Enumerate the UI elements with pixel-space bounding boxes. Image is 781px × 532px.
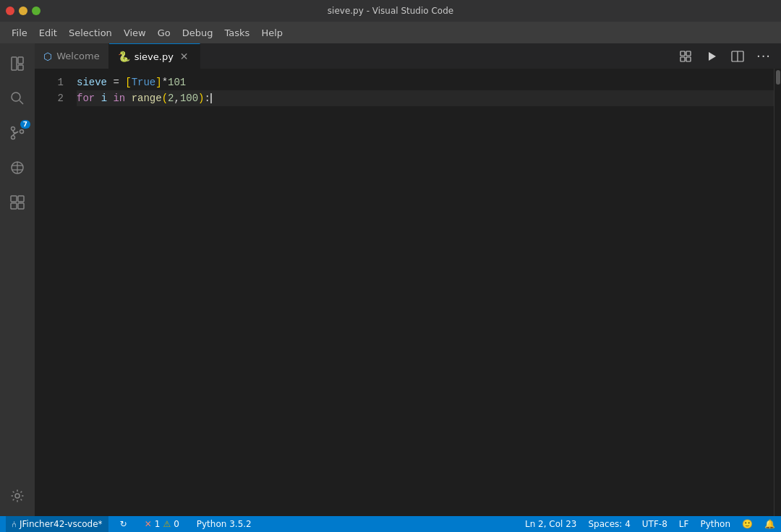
activity-bar: 7 bbox=[0, 43, 35, 516]
status-right: Ln 2, Col 23 Spaces: 4 UTF-8 LF Python 🙂… bbox=[519, 516, 781, 532]
activity-extensions[interactable] bbox=[0, 185, 35, 220]
encoding-item[interactable]: UTF-8 bbox=[636, 516, 673, 532]
python-icon: 🐍 bbox=[118, 51, 130, 62]
source-control-badge: 7 bbox=[20, 120, 30, 129]
indentation-label: Spaces: 4 bbox=[589, 519, 631, 529]
git-icon: ⑃ bbox=[12, 519, 17, 529]
git-branch-label: JFincher42-vscode* bbox=[20, 519, 103, 529]
menu-help[interactable]: Help bbox=[255, 25, 289, 41]
activity-bottom bbox=[0, 479, 35, 513]
menu-go[interactable]: Go bbox=[152, 25, 176, 41]
open-editors-button[interactable] bbox=[674, 46, 697, 66]
python-version-item[interactable]: Python 3.5.2 bbox=[191, 516, 257, 532]
svg-point-3 bbox=[12, 93, 20, 101]
error-count: 1 bbox=[155, 519, 161, 529]
svg-rect-15 bbox=[18, 203, 24, 209]
tab-sieve[interactable]: 🐍 sieve.py ✕ bbox=[109, 43, 200, 69]
tab-welcome[interactable]: ⬡ Welcome bbox=[35, 43, 109, 69]
language-label: Python bbox=[700, 519, 730, 529]
main-layout: 7 bbox=[0, 43, 781, 516]
git-branch-item[interactable]: ⑃ JFincher42-vscode* bbox=[6, 516, 108, 532]
code-editor[interactable]: 1 2 sieve = [ True ] * 101 fo bbox=[35, 69, 781, 516]
scrollbar-thumb[interactable] bbox=[776, 70, 780, 85]
code-line-2: for i in range ( 2 , 100 ) : bbox=[77, 90, 774, 106]
warning-icon: ⚠ bbox=[163, 519, 171, 529]
svg-rect-13 bbox=[18, 196, 24, 202]
warning-count: 0 bbox=[174, 519, 179, 529]
tab-welcome-label: Welcome bbox=[56, 51, 99, 61]
code-content[interactable]: sieve = [ True ] * 101 for i in bbox=[71, 69, 774, 516]
svg-point-6 bbox=[12, 136, 15, 140]
split-editor-button[interactable] bbox=[726, 46, 749, 66]
editor-scrollbar[interactable] bbox=[774, 69, 781, 516]
smiley-icon: 🙂 bbox=[742, 519, 753, 529]
menubar: File Edit Selection View Go Debug Tasks … bbox=[0, 22, 781, 43]
activity-debug[interactable] bbox=[0, 150, 35, 185]
activity-settings[interactable] bbox=[0, 479, 35, 513]
editor-area: ⬡ Welcome 🐍 sieve.py ✕ bbox=[35, 43, 781, 516]
maximize-button[interactable] bbox=[32, 7, 40, 15]
svg-rect-12 bbox=[11, 196, 17, 202]
menu-view[interactable]: View bbox=[118, 25, 152, 41]
run-button[interactable] bbox=[700, 46, 723, 66]
bell-icon: 🔔 bbox=[764, 519, 775, 529]
sync-item[interactable]: ↻ bbox=[114, 516, 133, 532]
svg-rect-2 bbox=[18, 65, 23, 70]
code-line-1: sieve = [ True ] * 101 bbox=[77, 74, 774, 90]
encoding-label: UTF-8 bbox=[642, 519, 667, 529]
svg-rect-1 bbox=[18, 57, 23, 64]
cursor-position-item[interactable]: Ln 2, Col 23 bbox=[519, 516, 583, 532]
cursor bbox=[210, 93, 212, 103]
line-ending-item[interactable]: LF bbox=[673, 516, 695, 532]
activity-search[interactable] bbox=[0, 81, 35, 116]
svg-point-16 bbox=[15, 494, 20, 498]
svg-rect-14 bbox=[11, 203, 17, 209]
menu-file[interactable]: File bbox=[6, 25, 33, 41]
line-ending-label: LF bbox=[679, 519, 689, 529]
svg-rect-17 bbox=[680, 51, 685, 56]
tab-bar: ⬡ Welcome 🐍 sieve.py ✕ bbox=[35, 43, 781, 69]
activity-explorer[interactable] bbox=[0, 46, 35, 81]
welcome-icon: ⬡ bbox=[43, 51, 52, 62]
errors-item[interactable]: ✕ 1 ⚠ 0 bbox=[139, 516, 185, 532]
svg-point-5 bbox=[12, 127, 15, 131]
close-button[interactable] bbox=[6, 7, 14, 15]
more-actions-button[interactable]: ··· bbox=[752, 46, 775, 66]
error-icon: ✕ bbox=[145, 519, 152, 529]
window-controls bbox=[6, 7, 40, 15]
svg-rect-20 bbox=[686, 57, 691, 61]
status-bar: ⑃ JFincher42-vscode* ↻ ✕ 1 ⚠ 0 Python 3.… bbox=[0, 516, 781, 532]
python-version-label: Python 3.5.2 bbox=[197, 519, 252, 529]
line-number-2: 2 bbox=[35, 90, 64, 106]
line-number-1: 1 bbox=[35, 74, 64, 90]
activity-source-control[interactable]: 7 bbox=[0, 116, 35, 150]
menu-edit[interactable]: Edit bbox=[33, 25, 63, 41]
sync-icon: ↻ bbox=[120, 519, 127, 529]
menu-selection[interactable]: Selection bbox=[63, 25, 118, 41]
svg-point-7 bbox=[20, 130, 24, 134]
tab-close-button[interactable]: ✕ bbox=[178, 50, 191, 63]
cursor-position-label: Ln 2, Col 23 bbox=[525, 519, 577, 529]
tab-sieve-label: sieve.py bbox=[135, 51, 174, 62]
language-item[interactable]: Python bbox=[694, 516, 736, 532]
status-left: ⑃ JFincher42-vscode* ↻ ✕ 1 ⚠ 0 Python 3.… bbox=[0, 516, 263, 532]
svg-marker-21 bbox=[709, 52, 716, 61]
svg-line-4 bbox=[20, 100, 23, 104]
titlebar: sieve.py - Visual Studio Code bbox=[0, 0, 781, 22]
line-numbers: 1 2 bbox=[35, 69, 71, 516]
feedback-item[interactable]: 🙂 bbox=[736, 516, 759, 532]
svg-rect-18 bbox=[686, 51, 691, 56]
menu-tasks[interactable]: Tasks bbox=[219, 25, 256, 41]
editor-toolbar: ··· bbox=[674, 43, 781, 69]
svg-rect-19 bbox=[680, 57, 685, 61]
notifications-item[interactable]: 🔔 bbox=[759, 516, 781, 532]
minimize-button[interactable] bbox=[19, 7, 27, 15]
window-title: sieve.py - Visual Studio Code bbox=[328, 6, 453, 16]
svg-rect-0 bbox=[12, 57, 17, 70]
indentation-item[interactable]: Spaces: 4 bbox=[583, 516, 636, 532]
menu-debug[interactable]: Debug bbox=[176, 25, 219, 41]
